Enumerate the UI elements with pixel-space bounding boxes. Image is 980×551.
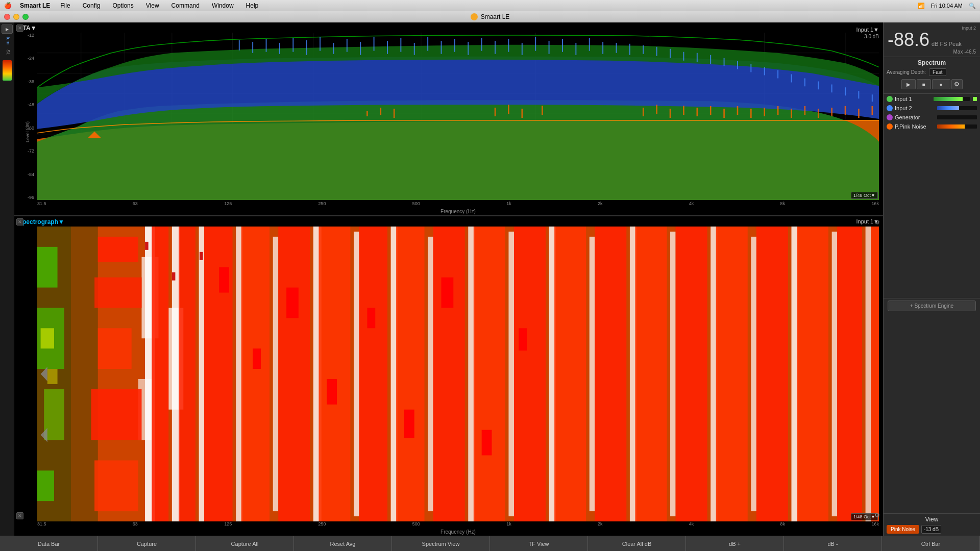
svg-rect-25	[37, 470, 54, 501]
pink-noise-button[interactable]: Pink Noise	[887, 525, 919, 534]
rta-canvas: 1/48 Oct▼	[37, 33, 879, 200]
rta-close-btn[interactable]: ✕	[16, 24, 23, 32]
svg-rect-71	[716, 227, 748, 521]
search-icon[interactable]: 🔍	[969, 3, 976, 9]
svg-rect-44	[428, 237, 433, 511]
toolbar-clear-all-db[interactable]: Clear All dB	[588, 536, 686, 551]
left-sidebar: ▶ tem SL	[0, 22, 14, 536]
svg-rect-69	[635, 227, 667, 521]
ch-name-input2: Input 2	[895, 105, 935, 111]
play-button[interactable]: ▶	[901, 79, 916, 89]
ch-bar-input1	[934, 97, 963, 101]
toolbar-db-minus[interactable]: dB -	[784, 536, 882, 551]
spec-x-label-4: 500	[412, 521, 420, 527]
rta-octave-marker[interactable]: 1/48 Oct▼	[851, 192, 878, 199]
maximize-button[interactable]	[22, 14, 29, 20]
ch-dot-pinknoise	[887, 123, 893, 130]
svg-rect-63	[396, 227, 424, 521]
ch-name-input1: Input 1	[895, 96, 932, 102]
menu-window[interactable]: Window	[210, 2, 236, 9]
spec-canvas: 1/48 Oct▼	[37, 227, 879, 521]
traffic-lights	[4, 14, 29, 20]
svg-rect-34	[94, 278, 141, 308]
toolbar-ctrl-bar[interactable]: Ctrl Bar	[882, 536, 980, 551]
svg-rect-84	[519, 328, 527, 350]
stop-button[interactable]: ■	[917, 79, 931, 89]
spec-x-label-8: 8k	[780, 521, 786, 527]
close-button[interactable]	[4, 14, 10, 20]
spec-bottom-gear-btn[interactable]: ⚙	[873, 511, 881, 519]
svg-rect-40	[273, 237, 279, 511]
svg-rect-85	[145, 242, 149, 250]
svg-rect-76	[219, 267, 229, 293]
sidebar-tab-item[interactable]: tem	[3, 35, 12, 46]
menu-file[interactable]: File	[58, 2, 72, 9]
sidebar-expand-btn[interactable]: ▶	[2, 24, 13, 34]
transport-controls: ▶ ■ ● ⚙	[887, 79, 977, 89]
clock: Fri 10:04 AM	[931, 3, 963, 9]
app-name[interactable]: Smaart LE	[20, 2, 50, 9]
db-value[interactable]: -13 dB	[921, 525, 941, 534]
spec-x-label-5: 1k	[506, 521, 511, 527]
settings-button[interactable]: ⚙	[951, 79, 963, 89]
svg-rect-79	[327, 379, 337, 405]
toolbar-spectrum-view[interactable]: Spectrum View	[392, 536, 490, 551]
spec-close-btn[interactable]: ✕	[16, 218, 23, 226]
ch-bar-pinknoise	[937, 124, 965, 129]
add-spectrum-button[interactable]: + Spectrum Engine	[888, 300, 976, 311]
level-indicator	[3, 60, 12, 81]
ch-bar-container-input2	[937, 106, 977, 110]
toolbar-capture-all[interactable]: Capture All	[196, 536, 294, 551]
menu-view[interactable]: View	[144, 2, 161, 9]
menubar-right: 📶 Fri 10:04 AM 🔍	[918, 3, 976, 9]
view-controls: Pink Noise -13 dB	[887, 525, 977, 534]
window-title: Smaart LE	[481, 13, 510, 20]
toolbar-tf-view[interactable]: TF View	[490, 536, 588, 551]
svg-rect-46	[508, 232, 514, 516]
y-label-7: -96	[15, 195, 36, 200]
channel-row-input2: Input 2	[887, 105, 977, 111]
rta-yaxis: -12 -24 -36 -48 -60 -72 -84 -96	[14, 33, 37, 200]
add-spectrum-section: + Spectrum Engine	[884, 298, 980, 313]
toolbar-db-plus[interactable]: dB +	[686, 536, 784, 551]
level-value: -88.6	[888, 31, 929, 49]
y-axis-title: Level (dB)	[25, 121, 30, 142]
spec-gear-btn[interactable]: ⚙	[873, 218, 881, 227]
sidebar-tab-sl[interactable]: SL	[3, 47, 12, 57]
spectrum-section: Spectrum Averaging Depth: Fast ▶ ■ ● ⚙	[884, 57, 980, 94]
minimize-button[interactable]	[13, 14, 19, 20]
svg-rect-33	[98, 237, 138, 262]
svg-rect-65	[474, 227, 505, 521]
menu-config[interactable]: Config	[81, 2, 103, 9]
rta-panel: ✕ RTA▼ Input 1▼ 3.0 dB -12 -24 -36 -48 -…	[14, 22, 883, 216]
menu-help[interactable]: Help	[244, 2, 261, 9]
menu-options[interactable]: Options	[110, 2, 135, 9]
y-label-5: -72	[15, 148, 36, 154]
ch-bar-input2	[937, 106, 959, 110]
spec-visualization	[37, 227, 879, 521]
svg-rect-35	[98, 328, 132, 369]
toolbar-data-bar[interactable]: Data Bar	[0, 536, 98, 551]
right-panel: Input 2 -88.6 dB FS Peak Max -46.5 Spect…	[883, 22, 980, 536]
y-label-3: -48	[15, 102, 36, 107]
toolbar-capture[interactable]: Capture	[98, 536, 196, 551]
main-content: ▶ tem SL ✕ RTA▼ Input 1▼ 3.0 dB -12 -24 …	[0, 22, 980, 536]
ch-bar-container-generator	[937, 115, 977, 119]
spec-bottom-close-btn[interactable]: ✕	[16, 512, 23, 519]
x-label-1: 63	[133, 201, 138, 206]
ch-bar-container-input1	[934, 97, 970, 101]
rta-input-label[interactable]: Input 1▼	[856, 27, 879, 33]
titlebar: Smaart LE	[0, 11, 980, 22]
apple-menu[interactable]: 🍎	[4, 2, 12, 9]
avg-depth-value[interactable]: Fast	[929, 68, 946, 76]
avg-depth-row: Averaging Depth: Fast	[887, 68, 977, 76]
x-label-5: 1k	[506, 201, 511, 206]
record-button[interactable]: ●	[932, 79, 950, 89]
svg-rect-60	[278, 227, 310, 521]
svg-rect-80	[367, 308, 375, 328]
spec-x-label-7: 4k	[689, 521, 694, 527]
spec-title[interactable]: Spectrograph▼	[18, 218, 64, 226]
toolbar-reset-avg[interactable]: Reset Avg	[294, 536, 392, 551]
ch-name-pinknoise: P.Pink Noise	[895, 123, 935, 130]
menu-command[interactable]: Command	[169, 2, 202, 9]
